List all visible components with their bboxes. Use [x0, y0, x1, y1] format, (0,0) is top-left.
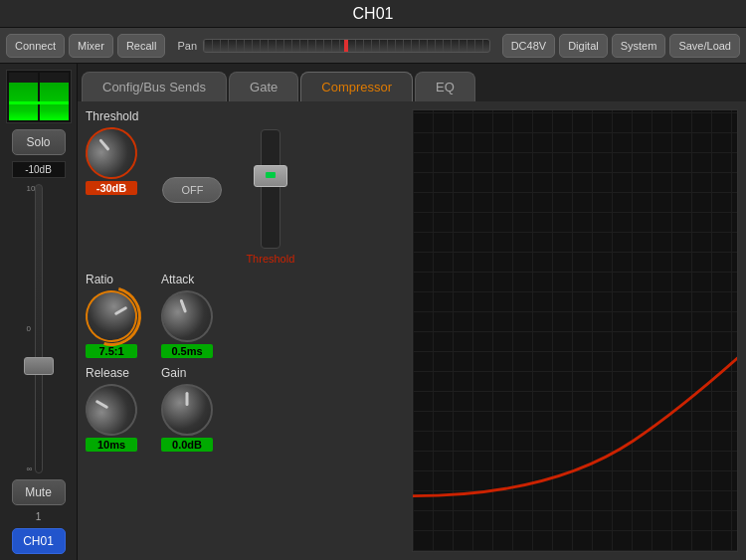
- dc48v-button[interactable]: DC48V: [502, 34, 555, 58]
- threshold-knob[interactable]: [75, 116, 147, 189]
- threshold-fader-handle[interactable]: [254, 165, 287, 187]
- threshold-value: -30dB: [86, 181, 137, 195]
- release-section: Release 10ms: [86, 366, 137, 452]
- compressor-off-button[interactable]: OFF: [162, 177, 222, 203]
- ratio-knob[interactable]: [76, 280, 146, 351]
- fader-track[interactable]: [35, 184, 43, 473]
- ratio-section: Ratio 7.5:1: [86, 273, 137, 358]
- saveload-button[interactable]: Save/Load: [669, 34, 740, 58]
- attack-knob[interactable]: [154, 283, 221, 350]
- compressor-controls: Threshold -30dB OFF: [86, 109, 404, 552]
- threshold-section: Threshold -30dB: [86, 109, 138, 195]
- level-meter: [6, 70, 72, 123]
- system-button[interactable]: System: [612, 34, 666, 58]
- compressor-panel: Threshold -30dB OFF: [78, 101, 746, 560]
- connect-button[interactable]: Connect: [6, 34, 65, 58]
- pan-label: Pan: [177, 40, 197, 52]
- recall-button[interactable]: Recall: [117, 34, 166, 58]
- pan-indicator: [344, 40, 348, 52]
- threshold-label: Threshold: [86, 109, 138, 123]
- content-area: Config/Bus Sends Gate Compressor EQ Thre…: [78, 64, 746, 560]
- pan-area: Pan: [177, 39, 489, 53]
- release-value: 10ms: [86, 438, 137, 452]
- tab-bar: Config/Bus Sends Gate Compressor EQ: [78, 64, 746, 101]
- channel-select-button[interactable]: CH01: [12, 528, 66, 554]
- threshold-fader[interactable]: Threshold: [246, 129, 294, 265]
- release-label: Release: [86, 366, 129, 380]
- gain-value-display: -10dB: [12, 161, 66, 178]
- fader-handle[interactable]: [24, 357, 54, 375]
- ratio-label: Ratio: [86, 273, 113, 286]
- channel-title: CH01: [353, 5, 394, 23]
- meter-bar-right: [40, 73, 69, 120]
- release-knob[interactable]: [76, 374, 146, 445]
- threshold-fader-track[interactable]: [261, 129, 280, 249]
- gain-value: 0.0dB: [161, 438, 213, 452]
- threshold-slider-label: Threshold: [246, 253, 294, 265]
- tab-gate[interactable]: Gate: [229, 72, 298, 101]
- tab-eq[interactable]: EQ: [415, 72, 475, 101]
- tab-compressor[interactable]: Compressor: [300, 72, 413, 101]
- compressor-curve: [413, 110, 738, 551]
- gain-label: Gain: [161, 366, 186, 380]
- channel-fader-container: 10 0 ∞: [6, 184, 72, 473]
- compressor-graph: [412, 109, 738, 552]
- tab-config[interactable]: Config/Bus Sends: [82, 72, 227, 101]
- meter-bar-left: [9, 73, 38, 120]
- meter-peak-line: [9, 101, 69, 104]
- attack-section: Attack 0.5ms: [161, 273, 213, 358]
- digital-button[interactable]: Digital: [559, 34, 608, 58]
- solo-button[interactable]: Solo: [12, 129, 66, 155]
- gain-knob[interactable]: [161, 384, 213, 436]
- pan-slider[interactable]: [203, 39, 490, 53]
- top-bar: CH01: [0, 0, 746, 28]
- attack-value: 0.5ms: [161, 344, 213, 358]
- main-area: Solo -10dB 10 0 ∞ Mute 1 CH01: [0, 64, 746, 560]
- mute-button[interactable]: Mute: [12, 479, 66, 505]
- gain-section: Gain 0.0dB: [161, 366, 213, 452]
- attack-label: Attack: [161, 273, 194, 286]
- threshold-fader-indicator: [266, 172, 276, 178]
- mixer-button[interactable]: Mixer: [69, 34, 113, 58]
- sidebar: Solo -10dB 10 0 ∞ Mute 1 CH01: [0, 64, 78, 560]
- channel-number: 1: [36, 511, 42, 522]
- toolbar: Connect Mixer Recall Pan DC48V Digital S…: [0, 28, 746, 64]
